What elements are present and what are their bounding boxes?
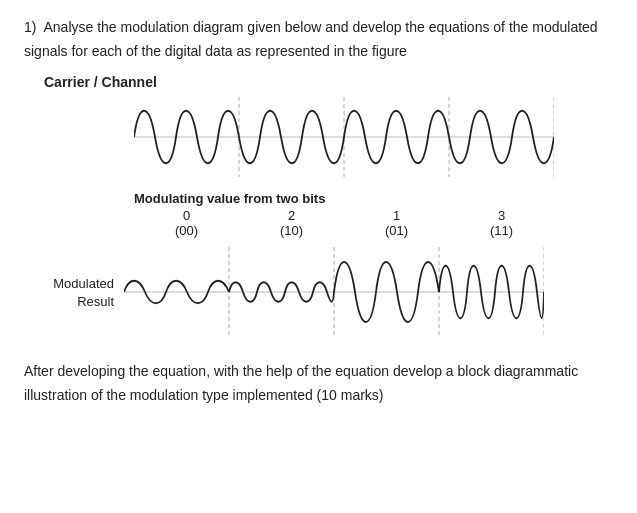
mod-col-0: 0 (00) — [175, 208, 198, 238]
mod-col-1: 2 (10) — [280, 208, 303, 238]
modulating-value-label: Modulating value from two bits — [134, 191, 554, 206]
after-text: After developing the equation, with the … — [24, 359, 613, 408]
question-number: 1) — [24, 19, 36, 35]
mod-number-0: 0 — [183, 208, 190, 223]
carrier-wave-container — [134, 92, 554, 185]
mod-bits-1: (10) — [280, 223, 303, 238]
modulating-section: Modulating value from two bits 0 (00) 2 … — [134, 191, 554, 238]
diagram-area: Carrier / Channel Modulating value from … — [44, 74, 613, 345]
modulated-row: Modulated Result — [44, 242, 544, 345]
mod-bits-3: (11) — [490, 223, 513, 238]
question-text: 1) Analyse the modulation diagram given … — [24, 16, 613, 64]
carrier-label: Carrier / Channel — [44, 74, 157, 90]
mod-number-3: 3 — [498, 208, 505, 223]
modulated-wave-container — [124, 242, 544, 345]
mod-col-2: 1 (01) — [385, 208, 408, 238]
modulated-wave-svg — [124, 242, 544, 342]
mod-number-1: 2 — [288, 208, 295, 223]
mod-bits-2: (01) — [385, 223, 408, 238]
mod-numbers-row: 0 (00) 2 (10) 1 (01) 3 (11) — [134, 208, 554, 238]
question-container: 1) Analyse the modulation diagram given … — [24, 16, 613, 408]
mod-col-3: 3 (11) — [490, 208, 513, 238]
mod-number-2: 1 — [393, 208, 400, 223]
modulated-label: Modulated Result — [44, 275, 124, 311]
carrier-wave-svg — [134, 92, 554, 182]
mod-bits-0: (00) — [175, 223, 198, 238]
question-line1: Analyse the modulation diagram given bel… — [24, 19, 598, 59]
